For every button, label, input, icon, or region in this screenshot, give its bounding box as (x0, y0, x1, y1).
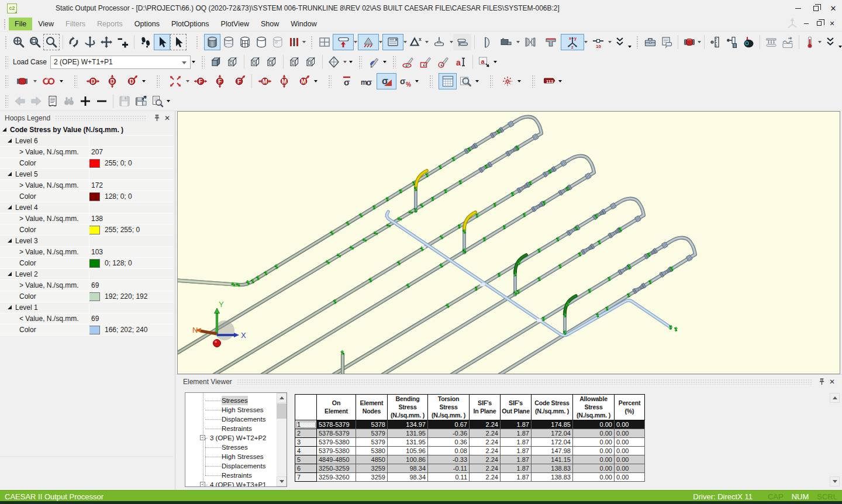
dropdown-caret-icon[interactable] (414, 73, 420, 89)
scroll-down-button[interactable] (277, 477, 287, 486)
table-cell[interactable]: 5379 (356, 438, 388, 447)
legend-value[interactable]: 138 (89, 215, 103, 223)
table-cell[interactable]: 4850 (356, 455, 388, 464)
render-shaded-button[interactable] (204, 34, 220, 50)
restore-button[interactable] (807, 0, 824, 16)
table-cell[interactable]: 0.08 (428, 447, 470, 455)
table-cell[interactable]: 0.00 (573, 455, 615, 464)
expander-icon[interactable] (8, 205, 12, 209)
menu-show[interactable]: Show (255, 18, 285, 30)
zoom-dynamic-button[interactable] (43, 34, 60, 50)
table-cell[interactable]: 0.00 (573, 438, 615, 447)
column-header[interactable]: SIF's Out Plane (501, 395, 532, 420)
save-export-button[interactable] (133, 93, 149, 109)
table-cell[interactable]: 2.24 (470, 473, 501, 482)
draw-ellipse-button[interactable] (399, 54, 417, 70)
add-plus-button[interactable] (77, 93, 94, 109)
coupling-red-button[interactable] (681, 34, 698, 50)
menu-options[interactable]: Options (129, 18, 165, 30)
hangers-button[interactable] (429, 34, 450, 50)
table-cell[interactable]: 0.00 (573, 464, 615, 473)
table-cell[interactable]: 138.83 (532, 473, 573, 482)
menu-plotoptions[interactable]: PlotOptions (165, 18, 215, 30)
grid-toggle-button[interactable] (439, 73, 457, 89)
table-cell[interactable]: 138.83 (532, 464, 573, 473)
text-annotate-button[interactable] (452, 54, 470, 70)
tag-113-button[interactable] (541, 73, 557, 89)
tree-item-stresses[interactable]: Stresses (222, 396, 248, 405)
toolbar-grip[interactable] (5, 36, 7, 49)
tree-item-high-stresses[interactable]: High Stresses (222, 452, 264, 461)
anchor-delta-x-button[interactable] (407, 34, 425, 50)
table-cell[interactable]: 5378-5379 (317, 420, 356, 429)
restraints-toggle-button[interactable] (333, 34, 354, 50)
dropdown-caret-icon[interactable] (313, 73, 319, 89)
element-viewer-close-icon[interactable]: ✕ (827, 377, 837, 387)
table-cell[interactable]: 3250-3259 (317, 464, 356, 473)
valve-red-button[interactable] (12, 73, 32, 89)
column-header[interactable]: Percent (%) (615, 395, 645, 420)
restraint-arrows-button[interactable] (165, 73, 185, 89)
draw-circle-button[interactable] (434, 54, 452, 70)
dropdown-caret-icon[interactable] (474, 73, 480, 89)
ruler-thickness-button[interactable] (724, 34, 740, 50)
scroll-up-button[interactable] (277, 393, 287, 403)
tree-item-high-stresses[interactable]: High Stresses (222, 405, 264, 415)
table-cell[interactable]: 5378-5379 (317, 429, 356, 438)
select-cursor-button[interactable] (154, 34, 170, 50)
load-case-combobox[interactable]: 2 (OPE) W+T1+P1 (50, 56, 191, 69)
draw-rectangle-button[interactable] (417, 54, 434, 70)
stress-m-button[interactable]: mσ (357, 73, 377, 89)
toolbar-grip[interactable] (5, 75, 8, 88)
tree-item-restraints[interactable]: Restraints (222, 424, 252, 433)
table-row[interactable]: 73259-3260325998.340.112.241.87138.830.0… (295, 473, 645, 482)
anchors-toggle-button[interactable] (358, 34, 379, 50)
color-swatch[interactable] (89, 259, 100, 268)
minimize-button[interactable] (789, 0, 807, 16)
row-number-cell[interactable]: 6 (295, 464, 317, 473)
table-cell[interactable]: 2.24 (470, 447, 501, 455)
rotate-button[interactable] (65, 34, 82, 50)
force-fy-button[interactable]: F (210, 73, 229, 89)
toolbar-grip[interactable] (196, 36, 198, 49)
table-cell[interactable]: 0.00 (615, 447, 645, 455)
soil-wave-button[interactable] (779, 34, 796, 50)
table-cell[interactable]: 131.95 (388, 438, 428, 447)
zoom-window-button[interactable] (27, 34, 43, 50)
force-fx-button[interactable]: F (191, 73, 210, 89)
color-bars-button[interactable] (286, 34, 302, 50)
legend-value[interactable]: 172 (89, 181, 103, 189)
orientation-xyz-button[interactable] (561, 34, 584, 50)
table-cell[interactable]: 2.24 (470, 420, 501, 429)
stress-code-button[interactable]: σ (377, 73, 396, 89)
table-row[interactable]: 25378-53795379131.95-0.362.241.87172.040… (295, 429, 645, 438)
row-number-cell[interactable]: 4 (295, 447, 317, 455)
rings-red-button[interactable] (38, 73, 58, 89)
dropdown-caret-icon[interactable] (348, 54, 354, 70)
table-cell[interactable]: 0.00 (615, 473, 645, 482)
scroll-down-button[interactable] (830, 477, 840, 486)
pen-annotate-button[interactable] (365, 54, 382, 70)
color-swatch[interactable] (89, 159, 100, 168)
dropdown-caret-icon[interactable] (141, 73, 147, 89)
display-options-button[interactable] (382, 34, 403, 50)
table-cell[interactable]: 0.67 (428, 420, 470, 429)
row-number-cell[interactable]: 2 (295, 429, 317, 438)
toolbar-grip[interactable] (392, 56, 396, 68)
expander-icon[interactable] (8, 139, 12, 143)
dropdown-caret-icon[interactable] (516, 73, 522, 89)
table-cell[interactable]: 1.87 (501, 420, 532, 429)
dropdown-caret-icon[interactable] (557, 73, 563, 89)
select-cursor-2-button[interactable] (170, 34, 187, 50)
walk-button[interactable] (137, 34, 154, 50)
table-cell[interactable]: 0.00 (573, 429, 615, 438)
four-views-button[interactable] (316, 34, 333, 50)
dropdown-caret-icon[interactable] (492, 54, 498, 70)
column-header[interactable]: On Element (317, 395, 356, 420)
tree-item-stresses[interactable]: Stresses (222, 443, 248, 452)
render-wireframe-button[interactable] (237, 34, 253, 50)
tree-scrollbar[interactable] (277, 393, 287, 486)
dropdown-caret-icon[interactable] (58, 73, 64, 89)
pan-button[interactable] (98, 34, 115, 50)
table-cell[interactable]: 1.87 (501, 447, 532, 455)
